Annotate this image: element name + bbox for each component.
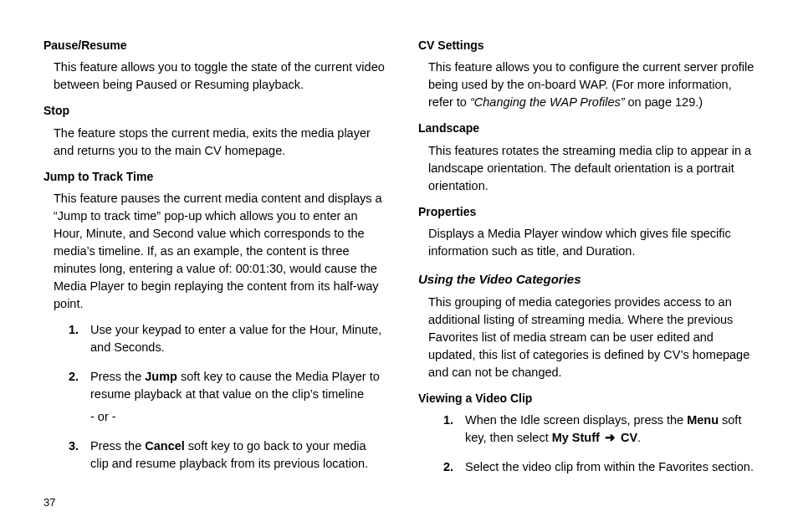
bold-text: Menu bbox=[687, 413, 719, 427]
step-item: 1. Use your keypad to enter a value for … bbox=[69, 321, 385, 356]
heading-pause-resume: Pause/Resume bbox=[43, 37, 385, 54]
paragraph: This grouping of media categories provid… bbox=[428, 294, 760, 381]
text: Press the bbox=[90, 439, 145, 453]
step-text: When the Idle screen displays, press the… bbox=[465, 413, 741, 444]
heading-properties: Properties bbox=[418, 203, 760, 220]
bold-text: Cancel bbox=[145, 439, 185, 453]
step-text: Select the video clip from within the Fa… bbox=[465, 460, 754, 473]
step-item: 2. Select the video clip from within the… bbox=[443, 458, 760, 476]
or-divider: - or - bbox=[90, 408, 385, 426]
step-number: 3. bbox=[69, 437, 79, 455]
heading-landscape: Landscape bbox=[418, 120, 760, 136]
step-number: 2. bbox=[443, 458, 453, 476]
step-item: 1. When the Idle screen displays, press … bbox=[443, 412, 760, 447]
text: on page 129.) bbox=[625, 95, 703, 109]
bold-text: CV bbox=[621, 431, 637, 444]
bold-text: Jump bbox=[145, 370, 177, 383]
arrow-right-icon: ➜ bbox=[603, 429, 617, 447]
paragraph: This features rotates the streaming medi… bbox=[428, 142, 760, 195]
paragraph: The feature stops the current media, exi… bbox=[54, 125, 385, 160]
step-number: 2. bbox=[69, 368, 79, 386]
text: Press the bbox=[90, 370, 145, 383]
heading-stop: Stop bbox=[43, 102, 385, 119]
ordered-steps: 1. When the Idle screen displays, press … bbox=[443, 412, 760, 476]
paragraph: Displays a Media Player window which giv… bbox=[428, 225, 760, 260]
heading-viewing-video-clip: Viewing a Video Clip bbox=[418, 390, 760, 407]
step-number: 1. bbox=[69, 321, 79, 339]
step-text: Press the Jump soft key to cause the Med… bbox=[90, 370, 380, 401]
text: When the Idle screen displays, press the bbox=[465, 413, 687, 427]
italic-text: “Changing the WAP Profiles” bbox=[470, 95, 625, 109]
heading-jump-track-time: Jump to Track Time bbox=[43, 168, 385, 185]
step-item: 2. Press the Jump soft key to cause the … bbox=[69, 368, 385, 426]
bold-text: My Stuff bbox=[552, 431, 600, 444]
step-item: 3. Press the Cancel soft key to go back … bbox=[69, 437, 385, 473]
step-number: 1. bbox=[443, 412, 453, 429]
heading-cv-settings: CV Settings bbox=[418, 37, 760, 54]
step-text: Press the Cancel soft key to go back to … bbox=[90, 439, 368, 470]
right-column: CV Settings This feature allows you to c… bbox=[418, 28, 760, 520]
paragraph: This feature allows you to toggle the st… bbox=[54, 59, 385, 94]
document-page: Pause/Resume This feature allows you to … bbox=[0, 0, 798, 532]
left-column: Pause/Resume This feature allows you to … bbox=[43, 28, 385, 520]
paragraph: This feature pauses the current media co… bbox=[54, 190, 385, 313]
page-number: 37 bbox=[43, 496, 55, 509]
paragraph: This feature allows you to configure the… bbox=[428, 59, 760, 111]
step-text: Use your keypad to enter a value for the… bbox=[90, 323, 381, 354]
heading-using-video-categories: Using the Video Categories bbox=[418, 270, 760, 289]
ordered-steps: 1. Use your keypad to enter a value for … bbox=[69, 321, 385, 473]
text: . bbox=[637, 431, 641, 444]
